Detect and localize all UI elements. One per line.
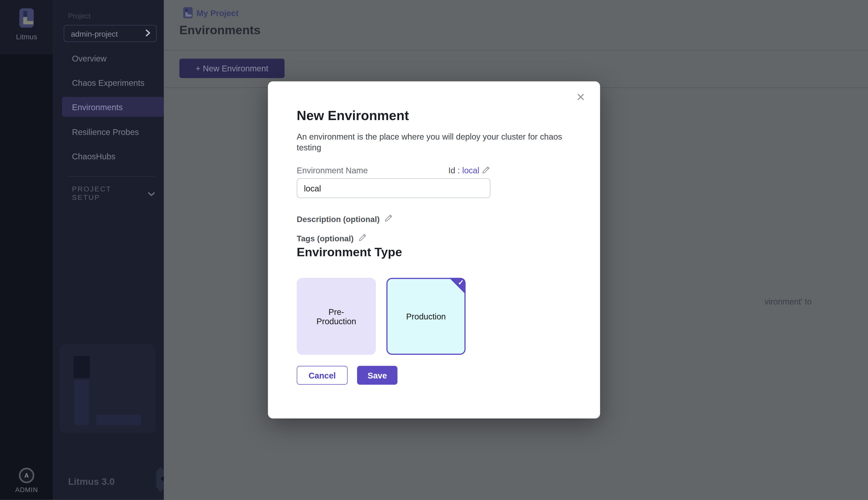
- empty-state-text-fragment: vironment' to: [765, 297, 812, 306]
- new-environment-button-label: + New Environment: [196, 64, 268, 73]
- user-role-label: ADMIN: [0, 486, 53, 494]
- user-avatar[interactable]: A: [19, 468, 34, 483]
- description-optional-row: Description (optional): [297, 214, 393, 224]
- litmus-logo-caption: Litmus: [0, 33, 53, 41]
- new-environment-button[interactable]: + New Environment: [179, 59, 285, 78]
- chevron-right-icon: [146, 29, 151, 38]
- breadcrumb-icon-vbar: [185, 12, 187, 16]
- litmus-logo-dot: [23, 11, 27, 16]
- selected-corner-badge: ✓: [449, 278, 466, 295]
- env-type-card-production[interactable]: Production ✓: [387, 278, 466, 355]
- save-button-label: Save: [367, 371, 387, 380]
- project-setup-label: PROJECT SETUP: [72, 185, 140, 202]
- modal-title: New Environment: [297, 108, 409, 123]
- sidebar-nav: Project admin-project Overview Chaos Exp…: [53, 0, 164, 500]
- sidebar-item-label: Chaos Experiments: [72, 78, 145, 87]
- sidebar-item-label: Overview: [72, 54, 106, 63]
- cancel-button[interactable]: Cancel: [297, 366, 348, 385]
- id-label: Id :: [448, 166, 460, 175]
- watermark-hbar: [96, 414, 141, 425]
- project-selector-value: admin-project: [71, 29, 146, 38]
- breadcrumb-icon-dot: [185, 9, 187, 12]
- modal-description: An environment is the place where you wi…: [297, 131, 572, 153]
- chevron-down-icon: [148, 189, 155, 198]
- rail-logo-block[interactable]: Litmus: [0, 0, 53, 54]
- edit-description-pencil-icon[interactable]: [384, 214, 393, 224]
- breadcrumb-project-icon: [183, 7, 193, 18]
- environment-id-row: Id : local: [297, 166, 491, 176]
- env-type-card-label: Pre-Production: [313, 307, 359, 326]
- watermark-vbar: [74, 380, 89, 425]
- description-optional-label: Description (optional): [297, 215, 380, 224]
- environment-type-heading: Environment Type: [297, 245, 402, 260]
- sidebar-item-chaos-experiments[interactable]: Chaos Experiments: [53, 72, 164, 93]
- header-divider: [164, 50, 868, 50]
- sidebar-item-environments[interactable]: Environments: [62, 97, 164, 117]
- sidebar-item-label: Resilience Probes: [72, 127, 139, 136]
- sidebar-item-chaoshubs[interactable]: ChaosHubs: [53, 146, 164, 166]
- save-button[interactable]: Save: [357, 366, 398, 385]
- env-type-card-label: Production: [406, 312, 446, 321]
- new-environment-modal: × New Environment An environment is the …: [268, 81, 600, 418]
- collapse-arrow-icon: [158, 476, 164, 481]
- edit-tags-pencil-icon[interactable]: [358, 233, 367, 244]
- sidebar-item-label: ChaosHubs: [72, 151, 115, 161]
- close-icon[interactable]: ×: [571, 87, 590, 105]
- project-section-label: Project: [68, 12, 90, 20]
- environment-name-input[interactable]: [297, 178, 491, 198]
- litmus-logo-hbar: [27, 21, 33, 24]
- sidebar-divider: [68, 176, 155, 177]
- litmus-logo-icon: [19, 8, 34, 27]
- watermark-dot: [73, 356, 90, 378]
- app: Litmus A ADMIN Project admin-project Ove…: [0, 0, 868, 500]
- env-type-card-pre-production[interactable]: Pre-Production: [297, 278, 376, 355]
- tags-optional-row: Tags (optional): [297, 233, 367, 244]
- id-value: local: [462, 166, 479, 175]
- sidebar-item-overview[interactable]: Overview: [53, 48, 164, 68]
- sidebar-item-resilience-probes[interactable]: Resilience Probes: [53, 122, 164, 142]
- check-icon: ✓: [458, 279, 464, 287]
- litmus-logo-vbar: [23, 17, 27, 24]
- breadcrumb-caret-icon: ›: [232, 7, 235, 18]
- sidebar-item-label: Environments: [72, 102, 123, 112]
- page-title: Environments: [179, 23, 261, 38]
- edit-id-pencil-icon[interactable]: [481, 166, 490, 176]
- app-version: Litmus 3.0: [68, 477, 115, 488]
- project-setup-toggle[interactable]: PROJECT SETUP: [72, 185, 155, 202]
- screen: Litmus A ADMIN Project admin-project Ove…: [0, 0, 868, 500]
- litmus-watermark-logo: [59, 344, 156, 433]
- project-selector[interactable]: admin-project: [64, 25, 157, 42]
- icon-rail: Litmus A ADMIN: [0, 0, 53, 500]
- tags-optional-label: Tags (optional): [297, 234, 354, 243]
- breadcrumb-icon-hbar: [187, 14, 192, 16]
- avatar-initial: A: [24, 472, 29, 479]
- cancel-button-label: Cancel: [309, 371, 336, 380]
